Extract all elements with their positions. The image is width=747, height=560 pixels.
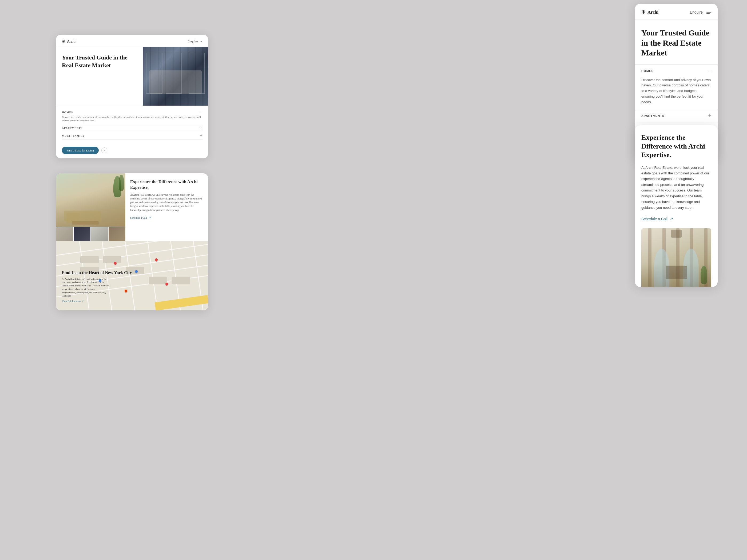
- rp2-schedule-link[interactable]: Schedule a Call ↗: [641, 216, 711, 221]
- thumb-1: [56, 227, 73, 241]
- office-photo: [143, 47, 208, 106]
- rp2-room-image: [641, 228, 711, 287]
- view-location-arrow: ↗: [82, 300, 84, 302]
- acc-homes-body: Discover the comfort and privacy of your…: [62, 115, 202, 122]
- rp1-acc-apartments-icon: +: [708, 113, 711, 118]
- rp1-hero-title: Your Trusted Guide in the Real Estate Ma…: [635, 20, 718, 64]
- rp1-header: ✳ Archi Enquire: [635, 4, 718, 20]
- rp1-acc-homes-item: HOMES − Discover the comfort and privacy…: [635, 64, 718, 110]
- thumb-2: [74, 227, 91, 241]
- acc-multifamily-label: MULTI-FAMILY: [62, 134, 84, 137]
- view-location-text: View Full Location: [62, 300, 81, 302]
- acc-multifamily-header[interactable]: MULTI-FAMILY +: [62, 134, 202, 138]
- left-nav: Enquire ≡: [187, 39, 202, 44]
- rp1-logo: ✳ Archi: [641, 9, 659, 15]
- rp1-enquire-link[interactable]: Enquire: [690, 10, 703, 15]
- expertise-body: At Archi Real Estate, we unlock your rea…: [130, 193, 203, 212]
- rp1-acc-apartments-header[interactable]: APARTMENTS +: [635, 109, 718, 122]
- acc-multifamily-icon: +: [200, 134, 202, 138]
- acc-apartments-header[interactable]: APARTMENTS +: [62, 126, 202, 130]
- logo-star-icon: ✳: [62, 39, 66, 44]
- view-location-link[interactable]: View Full Location ↗: [62, 300, 132, 302]
- rp1-acc-apartments-label: APARTMENTS: [641, 114, 665, 117]
- left-preview-card: ✳ Archi Enquire ≡ Your Trusted Guide in …: [56, 35, 208, 158]
- rp2-schedule-text: Schedule a Call: [641, 217, 668, 221]
- rp1-accordion: HOMES − Discover the comfort and privacy…: [635, 64, 718, 136]
- schedule-call-link[interactable]: Schedule a Call ↗: [130, 216, 203, 220]
- rp2-expertise-body: At Archi Real Estate, we unlock your rea…: [641, 165, 711, 211]
- left-card-header: ✳ Archi Enquire ≡: [56, 35, 208, 47]
- menu-icon[interactable]: ≡: [200, 39, 202, 44]
- thumb-4: [109, 227, 126, 241]
- main-room-image: [56, 174, 125, 227]
- acc-homes-label: HOMES: [62, 111, 73, 114]
- close-button[interactable]: ×: [101, 148, 107, 153]
- left-office-image: [143, 47, 208, 106]
- rp1-nav: Enquire: [690, 10, 711, 15]
- left-hero-title: Your Trusted Guide in the Real Estate Ma…: [62, 54, 137, 69]
- rp1-acc-homes-body: Discover the comfort and privacy of your…: [635, 77, 718, 109]
- acc-homes-icon: −: [200, 110, 202, 114]
- acc-apartments-label: APARTMENTS: [62, 127, 82, 130]
- rp1-acc-apartments-item: APARTMENTS +: [635, 109, 718, 123]
- arrow-icon: ↗: [148, 216, 151, 220]
- left-accordion: HOMES − Discover the comfort and privacy…: [56, 106, 208, 143]
- right-panel-expertise: Experience the Difference with Archi Exp…: [635, 125, 718, 287]
- map-pin-red-2: [154, 258, 158, 262]
- acc-homes-header[interactable]: HOMES −: [62, 110, 202, 114]
- left-find-place-button[interactable]: Find a Place for Living: [62, 146, 99, 154]
- thumb-3: [91, 227, 108, 241]
- acc-apartments-item: APARTMENTS +: [62, 124, 202, 132]
- schedule-call-text: Schedule a Call: [130, 216, 147, 219]
- expertise-text-block: Experience the Difference with Archi Exp…: [125, 174, 208, 241]
- hamburger-menu-icon[interactable]: [706, 11, 711, 14]
- map-section: Find Us in the Heart of New York City At…: [56, 241, 208, 311]
- map-title: Find Us in the Heart of New York City: [62, 270, 132, 276]
- left-hero-section: Your Trusted Guide in the Real Estate Ma…: [56, 47, 208, 106]
- rp1-logo-star-icon: ✳: [641, 9, 646, 15]
- brand-name: Archi: [67, 39, 76, 44]
- thumbnail-row: [56, 227, 125, 241]
- left-cta-row: Find a Place for Living ×: [56, 143, 208, 158]
- left-bottom-card: Experience the Difference with Archi Exp…: [56, 174, 208, 311]
- map-overlay: Find Us in the Heart of New York City At…: [62, 270, 132, 302]
- expertise-images: [56, 174, 125, 241]
- rp1-acc-homes-label: HOMES: [641, 69, 654, 73]
- expertise-section: Experience the Difference with Archi Exp…: [56, 174, 208, 241]
- rp2-arrow-icon: ↗: [670, 216, 673, 221]
- acc-apartments-icon: +: [200, 126, 202, 130]
- acc-multifamily-item: MULTI-FAMILY +: [62, 132, 202, 140]
- map-body: At Archi Real Estate, we're not just exp…: [62, 277, 110, 298]
- enquire-link[interactable]: Enquire: [187, 39, 198, 44]
- rp1-acc-homes-icon: −: [708, 68, 711, 74]
- rp1-brand-name: Archi: [647, 9, 659, 15]
- left-hero-text: Your Trusted Guide in the Real Estate Ma…: [56, 47, 143, 106]
- left-logo: ✳ Archi: [62, 39, 76, 44]
- rp2-expertise-title: Experience the Difference with Archi Exp…: [641, 133, 711, 159]
- acc-homes-item: HOMES − Discover the comfort and privacy…: [62, 109, 202, 124]
- fireplace-decoration: [666, 266, 687, 279]
- rp1-acc-homes-header[interactable]: HOMES −: [635, 64, 718, 77]
- expertise-title: Experience the Difference with Archi Exp…: [130, 179, 203, 190]
